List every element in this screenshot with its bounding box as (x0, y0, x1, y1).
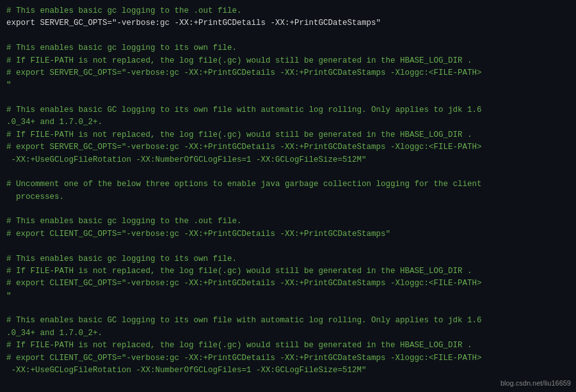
watermark: blog.csdn.net/liu16659 (500, 379, 571, 387)
code-block: # This enables basic gc logging to the .… (6, 5, 570, 377)
code-container: # This enables basic gc logging to the .… (0, 0, 576, 392)
